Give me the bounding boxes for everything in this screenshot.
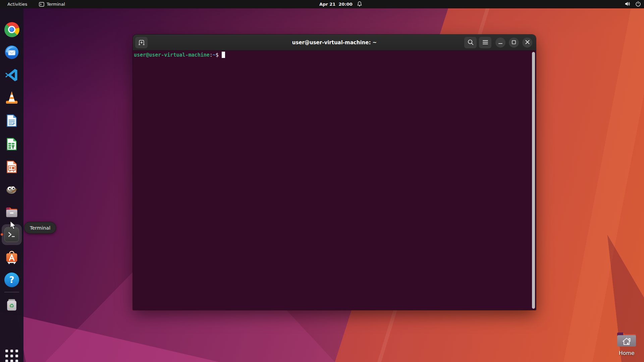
volume-icon [625, 1, 631, 8]
prompt-symbol: $ [216, 52, 219, 58]
dock-item-libreoffice-impress[interactable] [2, 157, 21, 177]
app-grid-icon [5, 350, 18, 362]
dock-item-trash[interactable]: ♻ [2, 295, 21, 315]
vscode-icon [4, 68, 19, 82]
maximize-icon [512, 40, 516, 45]
home-folder-icon [616, 330, 637, 348]
close-icon [525, 40, 530, 45]
dock-item-gimp[interactable] [2, 179, 21, 199]
terminal-prompt-line: user@user-virtual-machine:~$ [133, 51, 536, 59]
search-button[interactable] [464, 37, 477, 48]
maximize-button[interactable] [509, 38, 519, 48]
clock-date: Apr 21 [319, 2, 335, 7]
terminal-icon [4, 227, 19, 242]
prompt-user-host: user@user-virtual-machine [134, 52, 210, 58]
dock-item-vscode[interactable] [2, 65, 21, 85]
bell-icon [357, 1, 362, 8]
home-folder-label: Home [615, 350, 638, 356]
vlc-icon [4, 90, 19, 106]
home-folder[interactable]: Home [615, 330, 638, 356]
focused-app-indicator[interactable]: Terminal [39, 0, 65, 8]
terminal-window: user@user-virtual-machine: ~ [133, 35, 536, 310]
dock-item-thunderbird[interactable] [2, 43, 21, 62]
ubuntu-software-icon [4, 250, 19, 266]
dock-item-vlc[interactable] [2, 88, 21, 108]
dock-item-libreoffice-calc[interactable] [2, 134, 21, 154]
search-icon [467, 39, 474, 47]
activities-button[interactable]: Activities [6, 0, 29, 8]
dock-item-help[interactable]: ? [2, 270, 21, 290]
terminal-scrollbar[interactable] [532, 52, 535, 309]
files-icon [4, 205, 19, 220]
new-tab-icon [138, 39, 145, 47]
libreoffice-calc-icon [4, 137, 19, 152]
focused-app-label: Terminal [47, 2, 65, 7]
help-icon: ? [4, 273, 19, 287]
dock-tooltip: Terminal [24, 222, 56, 234]
running-indicator-dot [1, 233, 3, 236]
dock: ? ♻ [0, 8, 23, 362]
terminal-body[interactable]: user@user-virtual-machine:~$ [133, 51, 536, 310]
terminal-cursor [222, 52, 225, 58]
dock-item-chrome[interactable] [2, 20, 21, 39]
dock-item-libreoffice-writer[interactable] [2, 111, 21, 130]
dock-item-files[interactable] [2, 202, 21, 222]
dock-divider [4, 292, 19, 292]
hamburger-menu-icon [482, 40, 488, 46]
clock-button[interactable]: Apr 21 20:00 [319, 0, 362, 8]
terminal-titlebar[interactable]: user@user-virtual-machine: ~ [133, 35, 536, 51]
prompt-path: ~ [213, 52, 216, 58]
screen: Activities Terminal Apr 21 20:00 [0, 0, 644, 362]
app-grid-button[interactable] [2, 346, 21, 362]
prompt-separator: : [210, 52, 213, 58]
minimize-icon [498, 40, 502, 45]
close-button[interactable] [522, 38, 532, 48]
dock-item-ubuntu-software[interactable] [2, 248, 21, 268]
dock-item-terminal[interactable] [2, 225, 21, 244]
power-icon [635, 1, 641, 8]
svg-text:♻: ♻ [9, 303, 14, 309]
menu-button[interactable] [479, 37, 491, 48]
clock-time: 20:00 [338, 2, 352, 7]
system-tray[interactable] [625, 0, 641, 8]
minimize-button[interactable] [495, 38, 505, 48]
libreoffice-impress-icon [4, 160, 19, 174]
thunderbird-icon [4, 45, 19, 60]
trash-icon: ♻ [4, 298, 19, 312]
gimp-icon [4, 181, 19, 197]
chrome-icon [4, 22, 19, 37]
libreoffice-writer-icon [4, 113, 19, 128]
top-bar: Activities Terminal Apr 21 20:00 [0, 0, 644, 8]
terminal-window-icon [39, 2, 44, 7]
new-tab-button[interactable] [135, 37, 148, 48]
